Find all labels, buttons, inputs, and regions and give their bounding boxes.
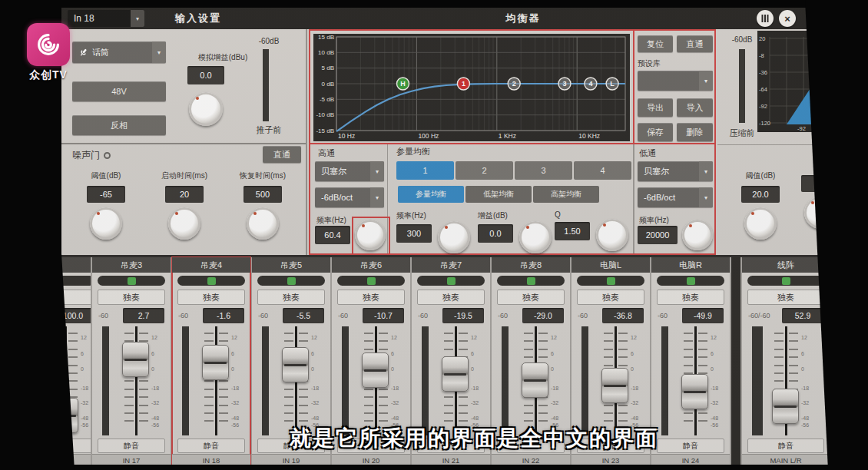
param-knob[interactable] <box>168 207 200 240</box>
param-knob[interactable] <box>438 221 470 253</box>
param-value[interactable]: 500 <box>244 186 282 203</box>
preset-library-dropdown[interactable] <box>638 71 713 91</box>
channel-name[interactable]: 吊麦5 <box>252 257 330 273</box>
eq-type-tab[interactable]: 参量均衡 <box>398 186 464 203</box>
param-knob[interactable] <box>744 207 777 240</box>
param-value[interactable]: -65 <box>87 186 125 203</box>
gate-bypass-button[interactable]: 直通 <box>263 146 301 163</box>
channel-name[interactable]: 电脑L <box>571 257 650 273</box>
phantom-power-button[interactable]: 48V <box>72 81 166 101</box>
close-button[interactable]: × <box>779 10 796 27</box>
pan-slider[interactable] <box>257 276 325 286</box>
param-value[interactable]: 300 <box>396 224 432 243</box>
highpass-freq-knob[interactable] <box>355 220 386 250</box>
pan-slider[interactable] <box>747 276 824 286</box>
solo-button[interactable]: 独奏 <box>497 290 565 305</box>
solo-button[interactable]: 独奏 <box>657 290 724 305</box>
fader-handle[interactable] <box>681 374 708 409</box>
mute-button[interactable]: 静音 <box>177 439 245 453</box>
solo-button[interactable]: 独奏 <box>417 290 485 305</box>
pan-thumb[interactable] <box>128 277 136 285</box>
channel-name[interactable]: 电脑R <box>651 257 730 273</box>
lowpass-freq-value[interactable]: 20000 <box>638 226 678 244</box>
param-value[interactable]: 20 <box>165 186 204 203</box>
fader-handle[interactable] <box>442 356 469 392</box>
channel-name[interactable]: 线阵 <box>742 257 828 273</box>
channels-view-button[interactable] <box>757 10 774 27</box>
solo-button[interactable]: 独奏 <box>747 290 824 305</box>
mute-button[interactable]: 静音 <box>747 439 824 453</box>
lowpass-freq-knob[interactable] <box>682 220 713 250</box>
pan-slider[interactable] <box>61 276 91 286</box>
eq-type-tab[interactable]: 低架均衡 <box>465 186 532 203</box>
pan-slider[interactable] <box>337 276 405 286</box>
solo-button[interactable]: 独奏 <box>98 290 165 305</box>
preset-save-button[interactable]: 保存 <box>638 123 673 141</box>
param-value[interactable]: 0.0 <box>478 224 513 243</box>
channel-name[interactable]: 吊麦3 <box>92 257 171 273</box>
fader-track[interactable] <box>215 326 217 435</box>
pan-thumb[interactable] <box>607 277 615 285</box>
param-knob[interactable] <box>519 221 552 253</box>
pan-thumb[interactable] <box>687 277 695 285</box>
input-source-dropdown[interactable]: 话筒 <box>72 41 166 63</box>
fader-handle[interactable] <box>601 368 628 403</box>
channel-name[interactable]: 吊麦8 <box>492 257 570 273</box>
pan-thumb[interactable] <box>447 277 456 285</box>
pan-thumb[interactable] <box>367 277 376 285</box>
param-value[interactable]: 20.0 <box>741 186 780 203</box>
analog-gain-knob[interactable] <box>189 92 223 126</box>
solo-button[interactable]: 独奏 <box>337 290 405 305</box>
mute-button[interactable]: 静音 <box>98 439 165 453</box>
pan-thumb[interactable] <box>287 277 296 285</box>
param-knob[interactable] <box>90 207 122 240</box>
param-value[interactable]: 1.50 <box>555 222 590 240</box>
param-knob[interactable] <box>247 207 279 240</box>
eq-graph-svg[interactable]: 15 dB10 dB5 dB0 dB-5 dB-10 dB-15 dB10 Hz… <box>313 34 630 141</box>
eq-band-button[interactable]: 1 <box>396 161 454 180</box>
eq-type-tab[interactable]: 高架均衡 <box>533 186 599 203</box>
pan-slider[interactable] <box>577 276 644 286</box>
pan-thumb[interactable] <box>782 277 790 285</box>
preset-export-button[interactable]: 导出 <box>638 98 673 117</box>
lowpass-slope-dropdown[interactable]: -6dB/oct <box>638 187 713 207</box>
preset-delete-button[interactable]: 删除 <box>677 123 713 141</box>
channel-name[interactable]: 吊麦4 <box>172 257 250 273</box>
fader-handle[interactable] <box>362 352 389 388</box>
mute-button[interactable]: 静音 <box>657 439 724 453</box>
pan-slider[interactable] <box>497 276 565 286</box>
channel-name[interactable]: 吊麦7 <box>412 257 490 273</box>
highpass-type-dropdown[interactable]: 贝塞尔 <box>315 161 384 181</box>
pan-slider[interactable] <box>417 276 485 286</box>
pan-thumb[interactable] <box>207 277 216 285</box>
solo-button[interactable]: 独奏 <box>577 290 644 305</box>
solo-button[interactable] <box>61 290 91 305</box>
eq-bypass-button[interactable]: 直通 <box>677 35 713 52</box>
solo-button[interactable]: 独奏 <box>177 290 245 305</box>
fader-handle[interactable] <box>282 347 309 382</box>
analog-gain-value[interactable]: 0.0 <box>187 66 224 84</box>
pan-thumb[interactable] <box>527 277 535 285</box>
eq-band-button[interactable]: 3 <box>515 161 572 180</box>
channel-name[interactable]: 吊麦6 <box>332 257 410 273</box>
eq-band-button[interactable]: 2 <box>456 161 513 180</box>
pan-slider[interactable] <box>177 276 245 286</box>
channel-name[interactable] <box>61 257 91 273</box>
param-knob[interactable] <box>596 219 628 251</box>
highpass-freq-value[interactable]: 60.4 <box>315 226 350 244</box>
fader-scale-label: 12 <box>471 335 477 340</box>
solo-button[interactable]: 独奏 <box>257 290 325 305</box>
pan-slider[interactable] <box>657 276 724 286</box>
phase-invert-button[interactable]: 反相 <box>72 115 166 135</box>
eq-reset-button[interactable]: 复位 <box>638 35 673 52</box>
fader-handle[interactable] <box>772 389 799 424</box>
lowpass-type-dropdown[interactable]: 贝塞尔 <box>638 161 713 181</box>
fader-handle[interactable] <box>202 345 229 380</box>
fader-handle[interactable] <box>122 342 149 377</box>
channel-selector[interactable]: In 18 ▾ <box>68 10 144 27</box>
highpass-slope-dropdown[interactable]: -6dB/oct <box>315 187 384 207</box>
eq-band-button[interactable]: 4 <box>574 161 631 180</box>
fader-handle[interactable] <box>522 362 548 398</box>
preset-import-button[interactable]: 导入 <box>677 98 713 117</box>
pan-slider[interactable] <box>98 276 165 286</box>
